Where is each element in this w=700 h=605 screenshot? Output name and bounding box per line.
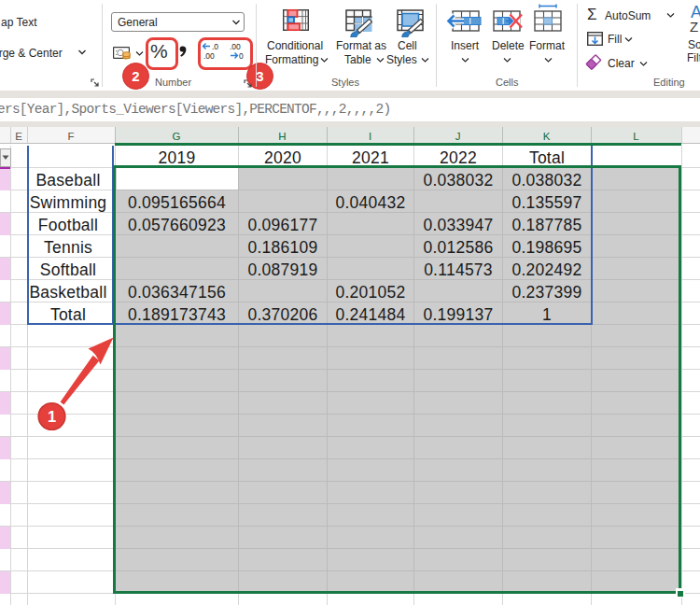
svg-text:.00: .00	[203, 51, 215, 61]
svg-text:.0: .0	[212, 42, 218, 51]
svg-text:0: 0	[239, 51, 244, 61]
svg-text:.00: .00	[230, 42, 241, 51]
svg-text:1: 1	[48, 408, 56, 425]
